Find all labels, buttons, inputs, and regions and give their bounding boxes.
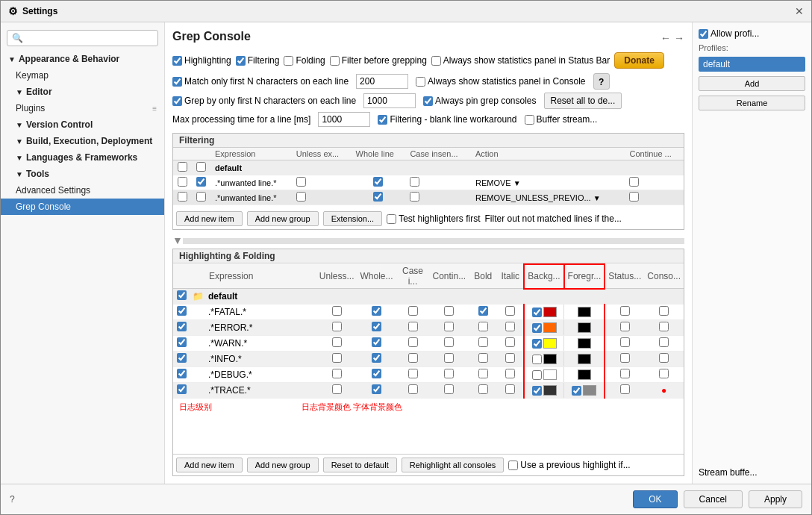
filter-r1-unless[interactable] <box>296 177 306 187</box>
sidebar-item-editor[interactable]: ▼Editor <box>1 84 164 100</box>
hl-trace-status[interactable] <box>620 384 630 394</box>
sidebar-item-appearance[interactable]: ▼Appearance & Behavior <box>1 51 164 67</box>
ok-button[interactable]: OK <box>633 490 677 508</box>
hl-error-bg-check[interactable] <box>532 323 542 333</box>
search-input[interactable] <box>26 33 153 43</box>
hl-warn-bg-color[interactable] <box>543 338 557 349</box>
hl-error-case[interactable] <box>408 322 418 331</box>
max-processing-input[interactable] <box>318 112 370 127</box>
hl-add-item-button[interactable]: Add new item <box>176 458 243 472</box>
always-pin-label[interactable]: Always pin grep consoles <box>423 96 536 106</box>
hl-trace-bg-check[interactable] <box>532 386 542 396</box>
hl-error-bg-color[interactable] <box>543 322 557 333</box>
hl-info-bg-color[interactable] <box>543 354 557 364</box>
filter-add-group-button[interactable]: Add new group <box>247 211 319 226</box>
reset-all-button[interactable]: Reset all to de... <box>544 93 622 109</box>
allow-profile-label[interactable]: Allow profi... <box>699 28 805 39</box>
hl-debug-check[interactable] <box>177 369 187 378</box>
filtering-blank-label[interactable]: Filtering - blank line workaround <box>378 114 516 125</box>
horizontal-scrollbar[interactable] <box>183 238 684 244</box>
sidebar-item-build[interactable]: ▼Build, Execution, Deployment <box>1 133 164 149</box>
hl-fatal-italic[interactable] <box>505 306 515 316</box>
hl-warn-contin[interactable] <box>444 337 454 347</box>
sidebar-item-languages[interactable]: ▼Languages & Frameworks <box>1 149 164 166</box>
sidebar-item-version-control[interactable]: ▼Version Control <box>1 116 164 133</box>
hl-trace-bg-color[interactable] <box>543 385 557 396</box>
hl-trace-unless[interactable] <box>332 384 342 394</box>
test-highlighters-checkbox[interactable] <box>387 214 396 224</box>
folding-checkbox[interactable] <box>284 56 293 66</box>
cancel-button[interactable]: Cancel <box>684 490 743 508</box>
hl-warn-conso[interactable] <box>659 337 669 347</box>
nav-back-button[interactable]: ← <box>660 32 671 44</box>
filter-r2-unless[interactable] <box>296 192 306 202</box>
hl-error-status[interactable] <box>620 322 630 331</box>
filter-extension-button[interactable]: Extension... <box>323 211 382 226</box>
hl-info-whole[interactable] <box>372 353 381 363</box>
hl-debug-bg-check[interactable] <box>532 370 542 380</box>
hl-trace-case[interactable] <box>408 384 418 394</box>
hl-default-check[interactable] <box>177 290 187 300</box>
filter-r1-case[interactable] <box>410 177 419 187</box>
hl-fatal-bg-check[interactable] <box>532 308 542 317</box>
hl-info-bg-check[interactable] <box>532 355 542 364</box>
hl-error-conso[interactable] <box>659 322 669 331</box>
hl-fatal-conso[interactable] <box>659 306 669 316</box>
hl-reset-default-button[interactable]: Reset to default <box>323 458 397 472</box>
rename-profile-button[interactable]: Rename <box>699 96 805 110</box>
highlighting-checkbox[interactable] <box>172 56 182 66</box>
hl-error-check[interactable] <box>177 322 187 331</box>
match-first-n-label[interactable]: Match only first N characters on each li… <box>172 76 349 87</box>
folding-checkbox-label[interactable]: Folding <box>284 55 325 66</box>
filter-r2-check1[interactable] <box>178 192 187 202</box>
hl-fatal-check[interactable] <box>177 306 187 316</box>
grep-first-n-label[interactable]: Grep by only first N characters on each … <box>172 96 356 106</box>
filter-before-checkbox[interactable] <box>330 56 340 66</box>
hl-warn-whole[interactable] <box>372 337 381 347</box>
hl-trace-check[interactable] <box>177 384 187 394</box>
hl-add-group-button[interactable]: Add new group <box>247 458 319 472</box>
always-stats-console-label[interactable]: Always show statistics panel in Console <box>416 76 585 87</box>
filter-before-checkbox-label[interactable]: Filter before grepping <box>330 55 427 66</box>
hl-trace-contin[interactable] <box>444 384 454 394</box>
filter-add-item-button[interactable]: Add new item <box>176 211 243 226</box>
nav-forward-button[interactable]: → <box>674 32 684 44</box>
hl-debug-unless[interactable] <box>332 369 342 378</box>
filter-r1-continue[interactable] <box>629 177 639 187</box>
profile-default[interactable]: default <box>699 57 805 72</box>
always-stats-checkbox[interactable] <box>431 56 441 66</box>
hl-info-conso[interactable] <box>659 353 669 363</box>
hl-error-bold[interactable] <box>478 322 488 331</box>
hl-trace-bold[interactable] <box>478 384 488 394</box>
hl-debug-bg-color[interactable] <box>543 369 557 380</box>
filter-r2-case[interactable] <box>410 192 419 202</box>
hl-fatal-unless[interactable] <box>332 306 342 316</box>
question-button[interactable]: ? <box>593 73 610 90</box>
hl-fatal-whole[interactable] <box>372 306 381 316</box>
hl-trace-italic[interactable] <box>505 384 515 394</box>
always-stats-checkbox-label[interactable]: Always show statistics panel in Status B… <box>431 55 610 66</box>
hl-warn-bg-check[interactable] <box>532 339 542 349</box>
hl-fatal-case[interactable] <box>408 306 418 316</box>
hl-debug-case[interactable] <box>408 369 418 378</box>
hl-warn-check[interactable] <box>177 337 187 347</box>
always-stats-console-checkbox[interactable] <box>416 77 425 87</box>
filter-default-check1[interactable] <box>178 162 187 172</box>
hl-warn-bold[interactable] <box>478 337 488 347</box>
hl-warn-unless[interactable] <box>332 337 342 347</box>
hl-debug-italic[interactable] <box>505 369 515 378</box>
grep-first-n-input[interactable] <box>363 93 416 108</box>
hl-error-italic[interactable] <box>505 322 515 331</box>
hl-warn-status[interactable] <box>620 337 630 347</box>
hl-error-whole[interactable] <box>372 322 381 331</box>
hl-info-unless[interactable] <box>332 353 342 363</box>
hl-warn-case[interactable] <box>408 337 418 347</box>
help-icon[interactable]: ? <box>10 494 15 505</box>
hl-fatal-contin[interactable] <box>444 306 454 316</box>
test-highlighters-label[interactable]: Test highlighters first <box>387 213 480 224</box>
hl-debug-status[interactable] <box>620 369 630 378</box>
use-previous-highlight-checkbox[interactable] <box>508 461 518 470</box>
hl-warn-italic[interactable] <box>505 337 515 347</box>
hl-info-italic[interactable] <box>505 353 515 363</box>
filter-r1-whole[interactable] <box>373 177 383 187</box>
